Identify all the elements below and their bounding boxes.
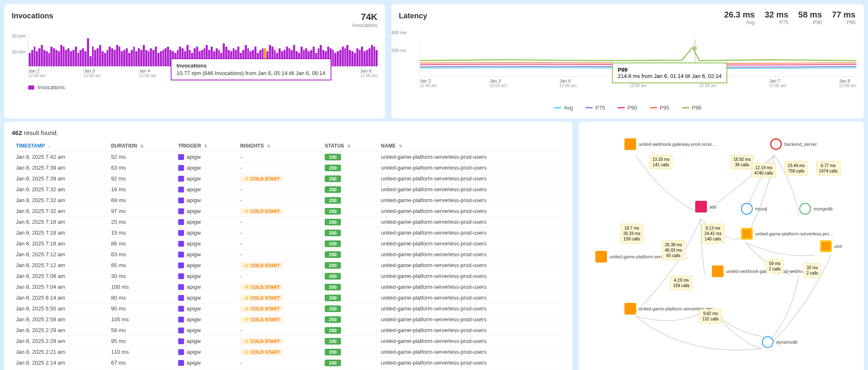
invocation-bar[interactable]: [135, 51, 137, 66]
invocation-bar[interactable]: [121, 51, 123, 66]
latency-legend-item[interactable]: P95: [650, 105, 669, 111]
invocation-bar[interactable]: [128, 53, 130, 66]
table-row[interactable]: Jan 8, 2025 7:18 am25 msapigw-200united-…: [12, 217, 565, 228]
invocation-bar[interactable]: [31, 50, 33, 67]
invocation-bar[interactable]: [65, 50, 67, 67]
invocation-bar[interactable]: [48, 53, 50, 66]
table-row[interactable]: Jan 8, 2025 7:06 am30 msapigw-200united-…: [12, 271, 565, 282]
invocation-bar[interactable]: [349, 50, 351, 67]
table-row[interactable]: Jan 8, 2025 7:32 am97 msapigw⚡ COLD STAR…: [12, 206, 565, 217]
invocation-bar[interactable]: [140, 50, 142, 67]
invocation-bar[interactable]: [55, 50, 57, 67]
latency-legend-item[interactable]: P90: [617, 105, 637, 111]
invocation-bar[interactable]: [346, 45, 348, 66]
invocation-bar[interactable]: [145, 50, 147, 67]
node-game-platform-1[interactable]: united-game-platform-serverless-pro…: [741, 228, 834, 240]
invocation-bar[interactable]: [107, 50, 109, 67]
invocation-bar[interactable]: [339, 50, 341, 67]
service-graph-panel[interactable]: united-webhook-gateway-prod-recei… backe…: [579, 122, 864, 370]
invocation-bar[interactable]: [164, 48, 167, 66]
node-dynamodb[interactable]: dynamodb: [762, 336, 797, 348]
table-row[interactable]: Jan 8, 2025 7:04 am100 msapigw⚡ COLD STA…: [12, 282, 565, 292]
invocation-bar[interactable]: [104, 53, 106, 66]
invocation-bar[interactable]: [361, 47, 363, 66]
invocation-bar[interactable]: [36, 51, 38, 66]
invocation-bar[interactable]: [366, 50, 368, 67]
invocation-bar[interactable]: [116, 45, 118, 66]
invocation-bar[interactable]: [119, 47, 121, 66]
table-row[interactable]: Jan 8, 2025 7:39 am63 msapigw-200united-…: [12, 162, 565, 173]
table-row[interactable]: Jan 8, 2025 2:29 am58 msapigw-200united-…: [12, 325, 565, 336]
invocation-bar[interactable]: [131, 50, 133, 67]
invocation-bar[interactable]: [150, 48, 152, 66]
invocation-bar[interactable]: [109, 47, 111, 66]
invocation-bar[interactable]: [332, 50, 334, 67]
column-header-timestamp[interactable]: TIMESTAMP ↓: [12, 140, 107, 152]
column-header-duration[interactable]: DURATION ⇅: [107, 140, 174, 152]
node-unit[interactable]: unit: [820, 240, 842, 252]
invocation-bar[interactable]: [371, 45, 373, 66]
table-row[interactable]: Jan 8, 2025 7:39 am92 msapigw⚡ COLD STAR…: [12, 173, 565, 184]
invocation-bar[interactable]: [376, 50, 378, 67]
invocation-bar[interactable]: [351, 51, 353, 66]
invocation-bar[interactable]: [344, 48, 346, 66]
invocation-bar[interactable]: [162, 50, 164, 67]
invocation-bar[interactable]: [90, 56, 92, 66]
invocation-bar[interactable]: [155, 47, 157, 66]
invocation-bar[interactable]: [67, 48, 70, 66]
table-row[interactable]: Jan 8, 2025 2:21 am110 msapigw⚡ COLD STA…: [12, 347, 565, 358]
column-header-trigger[interactable]: TRIGGER ⇅: [174, 140, 236, 152]
latency-legend-item[interactable]: P99: [682, 105, 701, 111]
invocation-bar[interactable]: [60, 45, 62, 66]
invocation-bar[interactable]: [92, 47, 94, 66]
invocation-bar[interactable]: [337, 51, 339, 66]
invocation-bar[interactable]: [359, 50, 361, 67]
invocation-bar[interactable]: [50, 47, 52, 66]
invocation-bar[interactable]: [58, 51, 60, 66]
invocation-bar[interactable]: [29, 53, 31, 66]
invocation-bar[interactable]: [126, 48, 128, 66]
node-webhook-gateway-recv[interactable]: united-webhook-gateway-prod-recei…: [624, 138, 716, 150]
invocation-bar[interactable]: [114, 50, 116, 67]
invocation-bar[interactable]: [94, 50, 96, 67]
table-row[interactable]: Jan 8, 2025 7:12 am63 msapigw-200united-…: [12, 249, 565, 260]
invocation-bar[interactable]: [80, 50, 82, 67]
node-sqs[interactable]: sqs: [695, 201, 716, 212]
invocation-bar[interactable]: [354, 53, 356, 66]
node-webhook-gateway-send[interactable]: united-webhook-gateway-prod-webho…: [712, 265, 807, 277]
column-header-name[interactable]: NAME ⇅: [377, 140, 565, 152]
invocation-bar[interactable]: [43, 50, 45, 67]
latency-legend-item[interactable]: P75: [585, 105, 605, 111]
invocation-bar[interactable]: [373, 47, 376, 66]
invocation-bar[interactable]: [34, 47, 36, 66]
invocation-bar[interactable]: [72, 50, 75, 67]
invocation-bar[interactable]: [356, 48, 358, 66]
invocation-bar[interactable]: [97, 48, 99, 66]
invocation-bar[interactable]: [138, 48, 140, 66]
invocation-bar[interactable]: [342, 47, 344, 66]
invocation-bar[interactable]: [63, 47, 65, 66]
invocation-bar[interactable]: [133, 47, 135, 66]
invocation-bar[interactable]: [99, 45, 101, 66]
invocation-bar[interactable]: [148, 51, 150, 66]
invocation-bar[interactable]: [87, 38, 89, 66]
invocation-bar[interactable]: [75, 47, 77, 66]
invocation-bar[interactable]: [334, 53, 336, 66]
invocation-bar[interactable]: [157, 53, 159, 66]
invocation-bar[interactable]: [111, 48, 113, 66]
invocation-bar[interactable]: [41, 45, 43, 66]
table-row[interactable]: Jan 8, 2025 7:12 am85 msapigw⚡ COLD STAR…: [12, 260, 565, 271]
invocation-bar[interactable]: [123, 50, 125, 67]
invocation-bar[interactable]: [82, 48, 84, 66]
invocation-bar[interactable]: [85, 51, 87, 66]
invocation-bar[interactable]: [46, 51, 48, 66]
column-header-status[interactable]: STATUS ⇅: [321, 140, 377, 152]
table-row[interactable]: Jan 8, 2025 2:14 am67 msapigw-200united-…: [12, 358, 565, 368]
latency-legend-item[interactable]: Avg: [554, 105, 573, 111]
table-row[interactable]: Jan 8, 2025 2:29 am95 msapigw⚡ COLD STAR…: [12, 336, 565, 347]
invocation-bar[interactable]: [368, 48, 371, 66]
invocation-bar[interactable]: [53, 48, 55, 66]
table-row[interactable]: Jan 8, 2025 7:32 am69 msapigw-200united-…: [12, 195, 565, 206]
column-header-insights[interactable]: INSIGHTS ⇅: [236, 140, 321, 152]
invocation-bar[interactable]: [70, 51, 72, 66]
